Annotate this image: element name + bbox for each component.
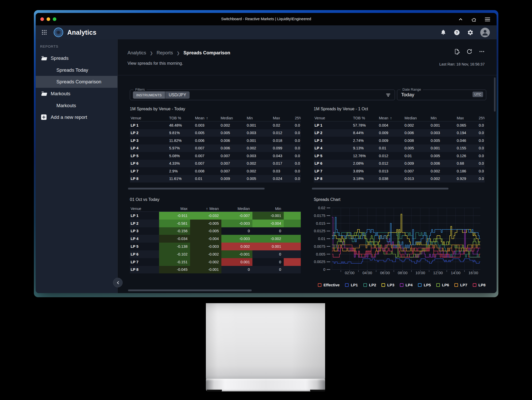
- column-header[interactable]: Median: [221, 116, 247, 120]
- column-header[interactable]: Median: [221, 207, 252, 211]
- sidebar-item-spreads-folder[interactable]: Spreads: [36, 52, 117, 64]
- column-header[interactable]: Mean↑: [195, 116, 221, 120]
- column-header[interactable]: 25%: [479, 116, 485, 120]
- legend-item-LP7[interactable]: LP7: [454, 283, 467, 287]
- legend-label: LP8: [478, 283, 486, 287]
- legend-item-LP2[interactable]: LP2: [363, 283, 376, 287]
- table-row: LP 83.18%0.0380.0130.0020.9290.0: [314, 175, 485, 183]
- vertical-scrollbar[interactable]: [494, 77, 496, 112]
- chip-key[interactable]: INSTRUMENTS: [133, 91, 165, 99]
- cell: 0.017: [273, 161, 295, 165]
- legend-item-Effective[interactable]: Effective: [318, 283, 340, 287]
- cell: 0.099: [273, 146, 295, 150]
- edit-report-icon[interactable]: [454, 48, 460, 55]
- content-header: Analytics ❯ Reports ❯ Spreads Comparison…: [118, 39, 497, 75]
- heatmap-cell: -0.032: [190, 212, 221, 220]
- column-header[interactable]: Max: [457, 116, 479, 120]
- heatmap-cell: -0.003: [190, 243, 221, 250]
- sidebar-item-spreads-comparison[interactable]: Spreads Comparison: [36, 76, 117, 88]
- date-range-box[interactable]: Date Range Today UTC: [397, 90, 486, 100]
- horizontal-scrollbar[interactable]: [128, 289, 252, 291]
- legend-label: LP6: [442, 283, 449, 287]
- column-header[interactable]: Max: [159, 207, 190, 211]
- date-range-value[interactable]: Today: [401, 92, 414, 98]
- sidebar-item-markouts-folder[interactable]: Markouts: [36, 88, 117, 100]
- heatmap-cell: [284, 227, 301, 235]
- bell-icon[interactable]: [440, 29, 447, 36]
- column-header[interactable]: Min: [247, 116, 273, 120]
- gear-icon[interactable]: [467, 29, 474, 36]
- chevron-up-icon[interactable]: [457, 16, 464, 23]
- table-row: LP 73.89%0.0130.0070.0020.1860.0: [314, 167, 485, 175]
- instrument-filter-chip[interactable]: INSTRUMENTS USD/JPY: [133, 91, 190, 99]
- sort-asc-icon: ↑: [206, 116, 208, 120]
- column-header[interactable]: Min: [252, 207, 284, 211]
- legend-item-LP3[interactable]: LP3: [381, 283, 394, 287]
- menu-icon[interactable]: [484, 16, 491, 23]
- breadcrumb-reports[interactable]: Reports: [157, 50, 173, 56]
- cell: 0.012: [273, 131, 295, 135]
- last-ran-timestamp: Last Ran: 18 Nov, 16:56:37: [439, 62, 485, 66]
- cell: 0.006: [221, 146, 247, 150]
- chip-value[interactable]: USD/JPY: [165, 91, 190, 99]
- table-row: LP 45.97%0.0070.0060.0020.0990.0: [130, 144, 301, 152]
- legend-item-LP4[interactable]: LP4: [400, 283, 413, 287]
- column-header[interactable]: Min: [431, 116, 457, 120]
- legend-item-LP5[interactable]: LP5: [418, 283, 431, 287]
- filter-lines-icon[interactable]: [385, 92, 391, 99]
- cell: 0.01: [379, 146, 404, 150]
- cell: 0.007: [195, 161, 221, 165]
- table-title: 1M Spreads by Venue - 1 Oct: [314, 107, 485, 111]
- cell: 0.002: [404, 123, 431, 127]
- column-header[interactable]: ↑Mean: [190, 207, 221, 211]
- column-header[interactable]: Max: [273, 116, 295, 120]
- ellipsis-icon[interactable]: [478, 48, 485, 55]
- table-header: VenueTOB %Mean↑MedianMinMax25%: [314, 115, 485, 121]
- heatmap-cell: -0.005: [190, 220, 221, 227]
- puzzle-icon[interactable]: [471, 16, 477, 23]
- legend-swatch: [345, 283, 349, 287]
- cell: 0.024: [273, 177, 295, 181]
- cell: 0.0: [479, 161, 485, 165]
- legend-swatch: [436, 283, 440, 287]
- cell: 0.006: [195, 139, 221, 143]
- heatmap-cell: -0.004: [252, 220, 284, 227]
- heatmap-cell: -0.001: [221, 250, 252, 258]
- breadcrumb-analytics[interactable]: Analytics: [128, 50, 146, 56]
- cell: LP 8: [130, 177, 169, 181]
- cell: 0.005: [431, 154, 457, 158]
- app-header: Analytics ?: [36, 25, 497, 39]
- column-header[interactable]: Median: [404, 116, 431, 120]
- heatmap-cell: [284, 266, 301, 274]
- horizontal-scrollbar[interactable]: [312, 188, 448, 190]
- sidebar-item-spreads-today[interactable]: Spreads Today: [36, 64, 117, 76]
- column-header[interactable]: Venue: [130, 116, 169, 120]
- cell: LP 4: [314, 146, 353, 150]
- cell: 0.0: [295, 123, 301, 127]
- legend-item-LP1[interactable]: LP1: [345, 283, 358, 287]
- horizontal-scrollbar[interactable]: [128, 188, 265, 190]
- heatmap-cell: 0: [252, 266, 284, 274]
- cell: 0.005: [195, 131, 221, 135]
- refresh-icon[interactable]: [466, 48, 473, 55]
- apps-grid-icon[interactable]: [41, 29, 48, 36]
- cell: LP 1: [130, 212, 159, 220]
- cell: LP 5: [314, 154, 353, 158]
- column-header[interactable]: 25%: [295, 116, 301, 120]
- legend-swatch: [363, 283, 367, 287]
- sidebar-item-add-report[interactable]: Add a new report: [36, 111, 117, 123]
- column-header[interactable]: Venue: [314, 116, 353, 120]
- cell: 0.006: [404, 131, 431, 135]
- cell: 11.82%: [169, 139, 195, 143]
- column-header[interactable]: TOB %: [353, 116, 379, 120]
- legend-item-LP6[interactable]: LP6: [436, 283, 449, 287]
- heatmap-cell: [284, 212, 301, 220]
- sidebar-item-markouts[interactable]: Markouts: [36, 100, 117, 112]
- legend-item-LP8[interactable]: LP8: [473, 283, 486, 287]
- sidebar-collapse-button[interactable]: [113, 278, 123, 287]
- help-icon[interactable]: ?: [453, 29, 460, 36]
- column-header[interactable]: Venue: [130, 207, 159, 211]
- avatar[interactable]: [480, 28, 490, 37]
- column-header[interactable]: Mean↑: [379, 116, 404, 120]
- column-header[interactable]: TOB %: [169, 116, 195, 120]
